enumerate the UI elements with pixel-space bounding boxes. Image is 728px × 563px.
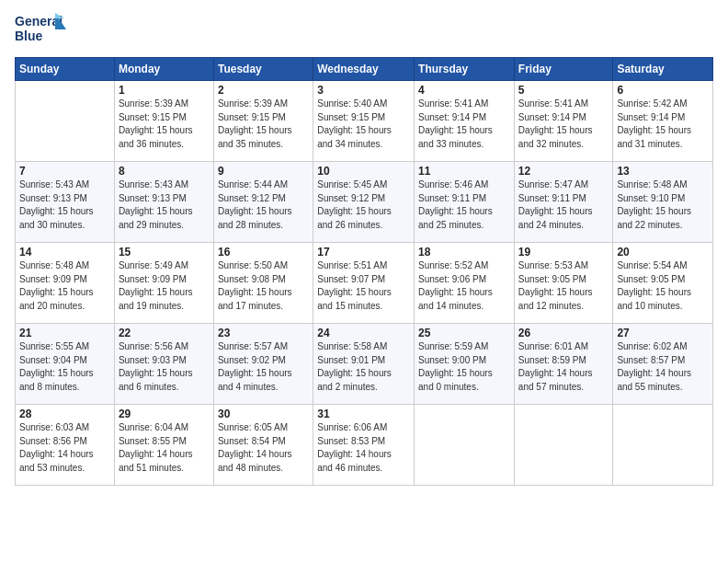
day-info: Sunrise: 6:05 AM Sunset: 8:54 PM Dayligh…	[218, 421, 309, 475]
calendar-cell: 12Sunrise: 5:47 AM Sunset: 9:11 PM Dayli…	[514, 162, 613, 243]
day-header-saturday: Saturday	[613, 58, 713, 81]
header: GeneralBlue	[15, 11, 713, 50]
calendar-cell: 29Sunrise: 6:04 AM Sunset: 8:55 PM Dayli…	[114, 405, 213, 486]
day-info: Sunrise: 5:41 AM Sunset: 9:14 PM Dayligh…	[518, 98, 609, 151]
day-info: Sunrise: 5:52 AM Sunset: 9:06 PM Dayligh…	[418, 259, 510, 313]
day-info: Sunrise: 5:46 AM Sunset: 9:11 PM Dayligh…	[418, 178, 510, 232]
day-info: Sunrise: 5:51 AM Sunset: 9:07 PM Dayligh…	[317, 259, 410, 313]
day-number: 4	[418, 84, 510, 97]
day-number: 27	[617, 327, 709, 339]
day-info: Sunrise: 5:40 AM Sunset: 9:15 PM Dayligh…	[317, 98, 410, 151]
calendar-table: SundayMondayTuesdayWednesdayThursdayFrid…	[15, 57, 713, 486]
week-row-3: 14Sunrise: 5:48 AM Sunset: 9:09 PM Dayli…	[16, 243, 713, 324]
calendar-cell: 31Sunrise: 6:06 AM Sunset: 8:53 PM Dayli…	[313, 405, 415, 486]
day-info: Sunrise: 5:43 AM Sunset: 9:13 PM Dayligh…	[119, 178, 210, 232]
calendar-cell: 4Sunrise: 5:41 AM Sunset: 9:14 PM Daylig…	[415, 81, 515, 162]
page-container: GeneralBlue SundayMondayTuesdayWednesday…	[0, 0, 728, 493]
day-info: Sunrise: 5:43 AM Sunset: 9:13 PM Dayligh…	[19, 178, 110, 232]
calendar-cell: 13Sunrise: 5:48 AM Sunset: 9:10 PM Dayli…	[613, 162, 713, 243]
calendar-cell: 17Sunrise: 5:51 AM Sunset: 9:07 PM Dayli…	[313, 243, 415, 324]
day-info: Sunrise: 6:06 AM Sunset: 8:53 PM Dayligh…	[317, 421, 410, 475]
calendar-cell: 15Sunrise: 5:49 AM Sunset: 9:09 PM Dayli…	[114, 243, 213, 324]
day-number: 17	[317, 246, 410, 259]
day-number: 13	[617, 165, 709, 178]
day-number: 14	[19, 246, 110, 259]
calendar-cell: 24Sunrise: 5:58 AM Sunset: 9:01 PM Dayli…	[313, 324, 415, 405]
day-info: Sunrise: 5:59 AM Sunset: 9:00 PM Dayligh…	[418, 340, 510, 394]
calendar-cell: 10Sunrise: 5:45 AM Sunset: 9:12 PM Dayli…	[313, 162, 415, 243]
calendar-cell: 25Sunrise: 5:59 AM Sunset: 9:00 PM Dayli…	[415, 324, 515, 405]
day-info: Sunrise: 5:55 AM Sunset: 9:04 PM Dayligh…	[19, 340, 110, 394]
week-row-1: 1Sunrise: 5:39 AM Sunset: 9:15 PM Daylig…	[16, 81, 713, 162]
day-number: 26	[518, 327, 609, 339]
day-number: 7	[19, 165, 110, 178]
calendar-cell: 16Sunrise: 5:50 AM Sunset: 9:08 PM Dayli…	[213, 243, 313, 324]
calendar-cell: 26Sunrise: 6:01 AM Sunset: 8:59 PM Dayli…	[514, 324, 613, 405]
calendar-cell	[613, 405, 713, 486]
day-number: 19	[518, 246, 609, 259]
day-number: 18	[418, 246, 510, 259]
calendar-cell	[415, 405, 515, 486]
day-number: 16	[218, 246, 309, 259]
day-header-tuesday: Tuesday	[213, 58, 313, 81]
day-number: 9	[218, 165, 309, 178]
calendar-cell: 3Sunrise: 5:40 AM Sunset: 9:15 PM Daylig…	[313, 81, 415, 162]
day-info: Sunrise: 6:04 AM Sunset: 8:55 PM Dayligh…	[119, 421, 210, 475]
week-row-4: 21Sunrise: 5:55 AM Sunset: 9:04 PM Dayli…	[16, 324, 713, 405]
calendar-cell: 11Sunrise: 5:46 AM Sunset: 9:11 PM Dayli…	[415, 162, 515, 243]
calendar-cell: 2Sunrise: 5:39 AM Sunset: 9:15 PM Daylig…	[213, 81, 313, 162]
day-number: 24	[317, 327, 410, 339]
calendar-cell: 20Sunrise: 5:54 AM Sunset: 9:05 PM Dayli…	[613, 243, 713, 324]
day-number: 25	[418, 327, 510, 339]
calendar-cell: 14Sunrise: 5:48 AM Sunset: 9:09 PM Dayli…	[16, 243, 115, 324]
day-info: Sunrise: 5:48 AM Sunset: 9:10 PM Dayligh…	[617, 178, 709, 232]
calendar-cell: 18Sunrise: 5:52 AM Sunset: 9:06 PM Dayli…	[415, 243, 515, 324]
day-info: Sunrise: 5:39 AM Sunset: 9:15 PM Dayligh…	[119, 98, 210, 151]
logo-icon: GeneralBlue	[15, 11, 70, 50]
svg-text:Blue: Blue	[15, 29, 43, 43]
day-info: Sunrise: 5:56 AM Sunset: 9:03 PM Dayligh…	[119, 340, 210, 394]
day-number: 1	[119, 84, 210, 97]
day-info: Sunrise: 5:49 AM Sunset: 9:09 PM Dayligh…	[119, 259, 210, 313]
calendar-cell	[16, 81, 115, 162]
logo: GeneralBlue	[15, 11, 70, 50]
week-row-2: 7Sunrise: 5:43 AM Sunset: 9:13 PM Daylig…	[16, 162, 713, 243]
calendar-cell: 21Sunrise: 5:55 AM Sunset: 9:04 PM Dayli…	[16, 324, 115, 405]
day-info: Sunrise: 5:41 AM Sunset: 9:14 PM Dayligh…	[418, 98, 510, 151]
day-number: 21	[19, 327, 110, 339]
calendar-cell: 30Sunrise: 6:05 AM Sunset: 8:54 PM Dayli…	[213, 405, 313, 486]
calendar-cell: 6Sunrise: 5:42 AM Sunset: 9:14 PM Daylig…	[613, 81, 713, 162]
day-number: 20	[617, 246, 709, 259]
day-number: 5	[518, 84, 609, 97]
day-number: 28	[19, 408, 110, 420]
day-number: 3	[317, 84, 410, 97]
calendar-cell: 7Sunrise: 5:43 AM Sunset: 9:13 PM Daylig…	[16, 162, 115, 243]
day-number: 30	[218, 408, 309, 420]
week-row-5: 28Sunrise: 6:03 AM Sunset: 8:56 PM Dayli…	[16, 405, 713, 486]
day-number: 8	[119, 165, 210, 178]
day-header-wednesday: Wednesday	[313, 58, 415, 81]
calendar-cell	[514, 405, 613, 486]
calendar-cell: 1Sunrise: 5:39 AM Sunset: 9:15 PM Daylig…	[114, 81, 213, 162]
day-number: 6	[617, 84, 709, 97]
day-info: Sunrise: 5:57 AM Sunset: 9:02 PM Dayligh…	[218, 340, 309, 394]
day-info: Sunrise: 5:58 AM Sunset: 9:01 PM Dayligh…	[317, 340, 410, 394]
day-number: 29	[119, 408, 210, 420]
day-info: Sunrise: 6:02 AM Sunset: 8:57 PM Dayligh…	[617, 340, 709, 394]
day-number: 10	[317, 165, 410, 178]
day-info: Sunrise: 5:39 AM Sunset: 9:15 PM Dayligh…	[218, 98, 309, 151]
day-number: 15	[119, 246, 210, 259]
day-info: Sunrise: 6:03 AM Sunset: 8:56 PM Dayligh…	[19, 421, 110, 475]
calendar-cell: 9Sunrise: 5:44 AM Sunset: 9:12 PM Daylig…	[213, 162, 313, 243]
day-number: 31	[317, 408, 410, 420]
day-info: Sunrise: 5:54 AM Sunset: 9:05 PM Dayligh…	[617, 259, 709, 313]
calendar-cell: 8Sunrise: 5:43 AM Sunset: 9:13 PM Daylig…	[114, 162, 213, 243]
calendar-cell: 22Sunrise: 5:56 AM Sunset: 9:03 PM Dayli…	[114, 324, 213, 405]
day-info: Sunrise: 5:44 AM Sunset: 9:12 PM Dayligh…	[218, 178, 309, 232]
day-header-monday: Monday	[114, 58, 213, 81]
day-number: 22	[119, 327, 210, 339]
day-info: Sunrise: 5:42 AM Sunset: 9:14 PM Dayligh…	[617, 98, 709, 151]
calendar-cell: 27Sunrise: 6:02 AM Sunset: 8:57 PM Dayli…	[613, 324, 713, 405]
day-number: 2	[218, 84, 309, 97]
calendar-cell: 5Sunrise: 5:41 AM Sunset: 9:14 PM Daylig…	[514, 81, 613, 162]
